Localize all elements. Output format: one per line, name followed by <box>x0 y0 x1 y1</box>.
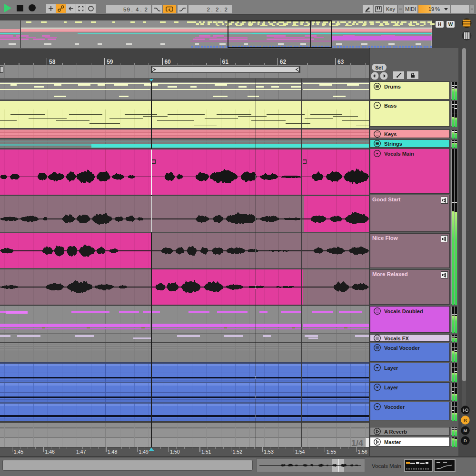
svg-text:1:50: 1:50 <box>170 449 180 455</box>
svg-text:M: M <box>464 428 467 433</box>
svg-text:1:52: 1:52 <box>233 449 243 455</box>
svg-text:D: D <box>464 438 467 443</box>
svg-text:1:46: 1:46 <box>45 449 55 455</box>
svg-text:60: 60 <box>164 59 171 65</box>
svg-text:1:54: 1:54 <box>295 449 305 455</box>
svg-text:63: 63 <box>337 59 344 65</box>
svg-text:1:48: 1:48 <box>108 449 118 455</box>
svg-text:1:45: 1:45 <box>14 449 24 455</box>
svg-text:59: 59 <box>107 59 113 65</box>
svg-text:1/4: 1/4 <box>351 438 363 448</box>
svg-text:R: R <box>464 417 467 423</box>
svg-text:62: 62 <box>280 59 287 65</box>
svg-text:61: 61 <box>222 59 229 65</box>
svg-text:1:53: 1:53 <box>264 449 274 455</box>
svg-text:1:51: 1:51 <box>201 449 211 455</box>
svg-text:1:55: 1:55 <box>327 449 337 455</box>
svg-text:1:49: 1:49 <box>139 449 149 455</box>
svg-text:58: 58 <box>49 59 56 65</box>
svg-text:1:56: 1:56 <box>357 449 367 455</box>
svg-text:1:47: 1:47 <box>76 449 86 455</box>
